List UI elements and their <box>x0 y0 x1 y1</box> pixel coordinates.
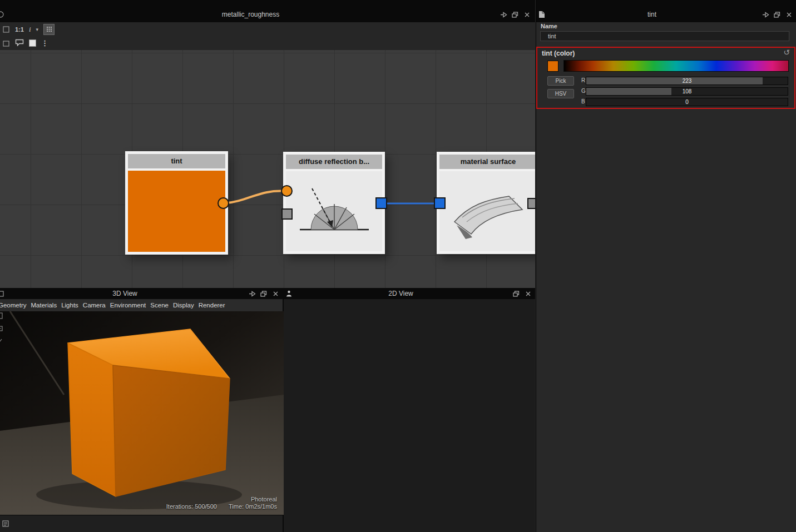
dock-tab-icon <box>1 11 4 18</box>
viewport-tool-icon <box>0 338 3 345</box>
port-diffuse-output[interactable] <box>375 197 387 209</box>
view2d-titlebar[interactable]: 2D View <box>284 288 535 299</box>
viewport-toolbar-icons <box>0 312 3 345</box>
panel-tab-icon <box>286 290 292 297</box>
document-icon <box>538 11 545 18</box>
renderer-name: Photoreal <box>166 496 277 503</box>
color-swatch[interactable] <box>547 61 558 72</box>
render-time: Time: 0m2s/1m0s <box>229 503 277 510</box>
name-label: Name <box>541 23 557 29</box>
node-title: diffuse reflection b... <box>286 155 382 169</box>
close-icon[interactable] <box>270 289 280 298</box>
port-tint-output[interactable] <box>217 197 229 209</box>
clipped-tool-icon <box>7 26 10 33</box>
float-window-icon[interactable] <box>772 10 782 19</box>
menu-lights[interactable]: Lights <box>61 302 78 309</box>
node-editor-titlebar[interactable]: metallic_roughness <box>0 0 535 22</box>
channel-label-b: B <box>581 98 585 105</box>
hue-gradient-bar[interactable] <box>563 60 789 72</box>
view2d-title: 2D View <box>292 290 510 297</box>
orange-cube <box>68 329 230 496</box>
wire-tint-to-diffuse <box>224 191 287 203</box>
comment-bubble-icon[interactable] <box>15 39 24 47</box>
view2d-panel: 2D View <box>284 288 535 532</box>
properties-panel: tint Name tint (color) ↺ Pick HSV R <box>536 0 796 532</box>
channel-value-g: 108 <box>586 88 788 95</box>
menu-display[interactable]: Display <box>173 302 194 309</box>
menu-renderer[interactable]: Renderer <box>199 302 225 309</box>
dock-tab-icon <box>1 290 4 297</box>
render-scene <box>0 311 284 515</box>
bottom-status-strip <box>0 515 283 532</box>
menu-materials[interactable]: Materials <box>31 302 57 309</box>
port-material-input[interactable] <box>434 197 446 209</box>
application-window: metallic_roughness 1:1 i ▾ <box>0 0 796 532</box>
channel-row-r: R 223 <box>537 77 794 85</box>
float-window-icon[interactable] <box>511 289 521 298</box>
toolbar-row-top: 1:1 i ▾ <box>0 22 535 36</box>
node-editor-panel: metallic_roughness 1:1 i ▾ <box>0 0 535 288</box>
log-icon[interactable] <box>2 520 9 527</box>
menu-environment[interactable]: Environment <box>110 302 146 309</box>
channel-label-r: R <box>581 77 585 83</box>
pin-icon[interactable] <box>498 10 508 19</box>
zoom-reset-button[interactable]: 1:1 <box>15 26 24 33</box>
clipped-tool-icon <box>7 39 10 47</box>
snap-grid-toggle[interactable] <box>43 24 55 35</box>
node-title: tint <box>128 154 225 168</box>
close-icon[interactable] <box>784 10 794 19</box>
node-tint[interactable]: tint <box>125 151 228 255</box>
view3d-panel: 3D View Geometry Materials Lights Camera… <box>0 288 284 532</box>
viewport-tool-icon <box>0 325 3 332</box>
channel-row-g: G 108 <box>537 87 794 96</box>
menu-scene[interactable]: Scene <box>150 302 169 309</box>
close-icon[interactable] <box>522 10 532 19</box>
channel-slider-b[interactable]: 0 <box>586 98 788 106</box>
node-editor-toolbar: 1:1 i ▾ ⋮ <box>0 22 535 50</box>
tint-color-section: tint (color) ↺ Pick HSV R 223 G 108 <box>536 47 795 109</box>
node-tint-color-preview <box>128 171 225 252</box>
viewport-tool-icon <box>0 312 3 319</box>
view3d-title: 3D View <box>4 290 245 297</box>
close-icon[interactable] <box>523 289 533 298</box>
view3d-menubar: Geometry Materials Lights Camera Environ… <box>0 299 283 311</box>
info-toggle-button[interactable]: i <box>29 25 31 34</box>
channel-slider-g[interactable]: 108 <box>586 87 788 96</box>
node-editor-title: metallic_roughness <box>4 11 497 18</box>
properties-titlebar[interactable]: tint <box>536 0 796 22</box>
channel-row-b: B 0 <box>537 98 794 106</box>
overflow-menu-icon[interactable]: ⋮ <box>41 39 48 47</box>
menu-geometry[interactable]: Geometry <box>0 302 27 309</box>
port-diffuse-input[interactable] <box>281 208 293 220</box>
channel-value-b: 0 <box>586 98 788 106</box>
reset-icon[interactable]: ↺ <box>783 48 790 57</box>
material-illustration <box>439 171 535 251</box>
view3d-titlebar[interactable]: 3D View <box>0 288 283 299</box>
render-status-overlay: Photoreal Iterations: 500/500 Time: 0m2s… <box>166 496 277 510</box>
pin-icon[interactable] <box>247 289 257 298</box>
channel-label-g: G <box>581 88 586 94</box>
properties-title: tint <box>545 11 759 18</box>
node-diffuse-reflection[interactable]: diffuse reflection b... <box>283 152 385 254</box>
pin-icon[interactable] <box>760 10 770 19</box>
channel-slider-r[interactable]: 223 <box>586 77 788 85</box>
port-material-output[interactable] <box>527 198 535 209</box>
channel-value-r: 223 <box>586 77 788 84</box>
diffuse-illustration <box>286 171 382 251</box>
render-iterations: Iterations: 500/500 <box>166 503 217 510</box>
node-material-surface[interactable]: material surface <box>437 152 535 254</box>
menu-camera[interactable]: Camera <box>83 302 106 309</box>
swatch-tool-icon[interactable] <box>29 39 36 47</box>
node-graph-canvas[interactable]: tint diffuse reflection b... <box>0 50 535 288</box>
node-title: material surface <box>439 155 535 169</box>
float-window-icon[interactable] <box>510 10 520 19</box>
chevron-down-icon[interactable]: ▾ <box>36 27 39 32</box>
float-window-icon[interactable] <box>259 289 269 298</box>
color-section-label: tint (color) <box>542 49 575 57</box>
port-diffuse-color-input[interactable] <box>281 185 293 197</box>
name-input[interactable] <box>540 31 789 41</box>
toolbar-row-bottom: ⋮ <box>0 36 535 50</box>
viewport-3d[interactable]: Photoreal Iterations: 500/500 Time: 0m2s… <box>0 311 284 515</box>
